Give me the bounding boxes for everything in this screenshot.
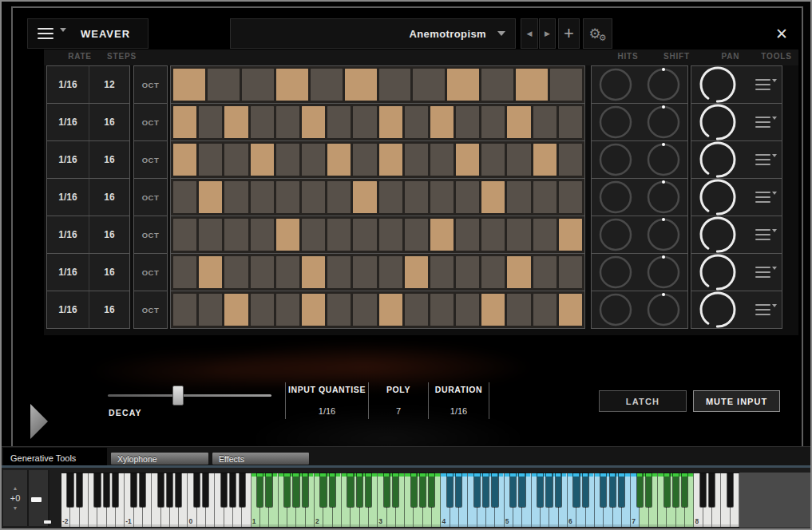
input-quantise-param[interactable]: INPUT QUANTISE 1/16 <box>285 382 368 419</box>
piano-key-black[interactable] <box>230 473 236 507</box>
step-cell[interactable] <box>405 106 428 138</box>
step-cell[interactable] <box>173 181 196 213</box>
step-cell[interactable] <box>507 219 530 251</box>
step-cell[interactable] <box>302 219 325 251</box>
duration-value[interactable]: 1/16 <box>450 406 467 416</box>
step-cell[interactable] <box>481 219 505 251</box>
step-cell-active[interactable] <box>224 106 248 138</box>
pan-knob[interactable] <box>699 65 737 104</box>
piano-key-black[interactable] <box>384 473 390 507</box>
keyboard-scroll-handle-small[interactable] <box>44 520 51 524</box>
step-cell[interactable] <box>311 69 343 101</box>
step-cell-active[interactable] <box>251 144 274 176</box>
pan-knob[interactable] <box>699 216 737 254</box>
transpose-down-icon[interactable]: ▼ <box>13 505 18 511</box>
tab-xylophone[interactable]: Xylophone <box>110 452 209 465</box>
step-cell[interactable] <box>199 294 222 326</box>
rate-value[interactable]: 1/16 <box>47 216 89 253</box>
step-cell[interactable] <box>430 256 454 288</box>
step-cell-active[interactable] <box>224 294 248 326</box>
pan-knob[interactable] <box>699 178 737 216</box>
step-cell-active[interactable] <box>173 144 196 176</box>
step-cell-active[interactable] <box>481 181 505 213</box>
step-cell-active[interactable] <box>447 69 479 101</box>
step-cell[interactable] <box>199 144 222 176</box>
piano-key-black[interactable] <box>682 473 687 507</box>
step-cell[interactable] <box>533 181 557 213</box>
step-cell[interactable] <box>276 181 299 213</box>
step-cell-active[interactable] <box>379 294 402 326</box>
rate-value[interactable]: 1/16 <box>47 66 89 103</box>
step-cell[interactable] <box>251 294 274 326</box>
piano-key-black[interactable] <box>257 473 263 507</box>
step-cell[interactable] <box>276 294 299 326</box>
piano-key-black[interactable] <box>673 473 679 507</box>
step-cell[interactable] <box>224 256 248 288</box>
step-cell-active[interactable] <box>481 294 505 326</box>
step-cell[interactable] <box>379 69 411 101</box>
step-cell[interactable] <box>276 106 299 138</box>
step-cell[interactable] <box>430 144 454 176</box>
step-cell[interactable] <box>559 106 582 138</box>
piano-key-black[interactable] <box>94 473 100 507</box>
oct-button[interactable]: OCT <box>133 178 168 216</box>
step-cell[interactable] <box>251 219 274 251</box>
oct-button[interactable]: OCT <box>133 291 168 329</box>
shift-knob[interactable] <box>646 105 681 140</box>
piano-key-black[interactable] <box>176 473 181 507</box>
step-cell[interactable] <box>507 181 530 213</box>
step-cell-active[interactable] <box>199 256 222 288</box>
step-cell-active[interactable] <box>302 256 325 288</box>
step-cell-active[interactable] <box>199 181 222 213</box>
tools-menu-button[interactable] <box>745 254 782 291</box>
step-cell[interactable] <box>430 181 454 213</box>
steps-value[interactable]: 12 <box>89 66 129 103</box>
shift-knob[interactable] <box>646 292 681 327</box>
rate-value[interactable]: 1/16 <box>47 254 89 291</box>
step-cell-active[interactable] <box>276 219 299 251</box>
step-cell-active[interactable] <box>559 219 582 251</box>
tools-menu-button[interactable] <box>745 141 782 178</box>
step-cell[interactable] <box>327 294 351 326</box>
step-cell[interactable] <box>224 219 248 251</box>
close-button[interactable]: ✕ <box>768 20 795 47</box>
step-cell[interactable] <box>173 256 196 288</box>
shift-knob[interactable] <box>646 67 681 102</box>
step-cell-active[interactable] <box>507 106 530 138</box>
step-cell[interactable] <box>405 294 428 326</box>
step-cell-active[interactable] <box>379 144 402 176</box>
piano-key-black[interactable] <box>610 473 616 507</box>
keyboard-scroll-handle[interactable] <box>31 497 42 502</box>
piano-key-black[interactable] <box>664 473 670 507</box>
rate-value[interactable]: 1/16 <box>47 179 89 216</box>
step-cell[interactable] <box>251 106 274 138</box>
latch-button[interactable]: LATCH <box>599 390 687 412</box>
step-cell[interactable] <box>559 181 582 213</box>
step-cell[interactable] <box>456 106 479 138</box>
oct-button[interactable]: OCT <box>133 140 168 179</box>
piano-key-black[interactable] <box>303 473 308 507</box>
step-cell[interactable] <box>456 294 479 326</box>
piano-key-black[interactable] <box>519 473 525 507</box>
oct-button[interactable]: OCT <box>133 216 168 254</box>
shift-knob[interactable] <box>646 255 681 290</box>
step-cell[interactable] <box>507 144 530 176</box>
piano-key-black[interactable] <box>266 473 271 507</box>
rate-value[interactable]: 1/16 <box>47 141 89 178</box>
piano-key-black[interactable] <box>492 473 497 507</box>
pan-knob[interactable] <box>699 253 737 291</box>
decay-slider-track[interactable] <box>108 394 271 397</box>
step-cell-active[interactable] <box>173 106 196 138</box>
step-cell[interactable] <box>251 256 274 288</box>
hits-knob[interactable] <box>598 180 633 215</box>
step-cell[interactable] <box>199 106 222 138</box>
step-cell-active[interactable] <box>353 181 376 213</box>
piano-key-black[interactable] <box>474 473 480 507</box>
piano-key-black[interactable] <box>646 473 652 507</box>
step-cell[interactable] <box>550 69 582 101</box>
piano-key-black[interactable] <box>393 473 398 507</box>
step-cell-active[interactable] <box>302 106 325 138</box>
step-cell[interactable] <box>276 256 299 288</box>
tools-menu-button[interactable] <box>745 104 782 140</box>
step-cell[interactable] <box>456 256 479 288</box>
